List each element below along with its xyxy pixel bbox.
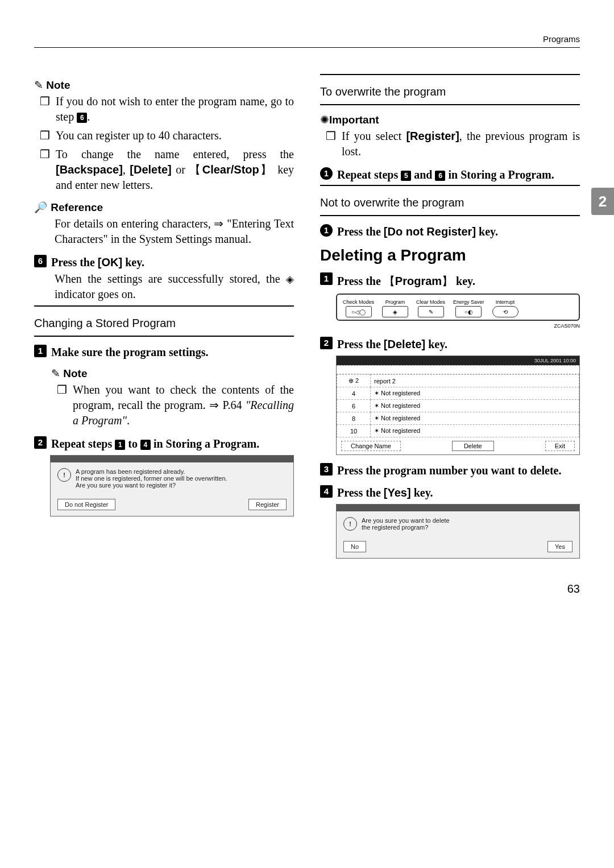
confirm-delete-dialog: ! Are you sure you want to delete the re… (336, 504, 580, 559)
overwrite-heading: To overwrite the program (320, 85, 580, 98)
device-key[interactable]: Energy Saver○◐ (453, 299, 484, 317)
kw-do-not-register: [Do not Register] (384, 225, 476, 238)
reference-body: For details on entering characters, ⇒ "E… (34, 216, 294, 247)
step-ref-badge: 5 (401, 171, 411, 181)
note-tail: . (87, 110, 90, 123)
program-list-panel: 30JUL 2001 10:00 ⊕ 2report 2 4✶ Not regi… (336, 356, 580, 455)
register-button[interactable]: Register (248, 499, 287, 510)
kw-delete: [Delete] (384, 338, 425, 350)
overwrite-step-1: 1 Repeat steps 5 and 6 in Storing a Prog… (320, 167, 580, 181)
device-key[interactable]: Clear Modes✎ (416, 299, 445, 317)
step-text: Press the [OK] key. (51, 255, 144, 269)
not-overwrite-heading: Not to overwrite the program (320, 196, 580, 209)
left-column: Note If you do not wish to enter the pro… (34, 71, 294, 565)
dialog-line: Are you sure you want to register it? (76, 482, 227, 489)
step-badge: 3 (320, 463, 333, 476)
t: If you select (342, 130, 406, 142)
page-number: 63 (34, 582, 580, 596)
do-not-register-button[interactable]: Do not Register (57, 499, 115, 510)
note-heading: Note (51, 367, 294, 380)
prog-num[interactable]: ⊕ 2 (337, 375, 371, 387)
note-list: If you do not wish to enter the program … (34, 94, 294, 193)
dialog-titlebar (51, 456, 293, 462)
step-text: Repeat steps 1 to 4 in Storing a Program… (51, 436, 259, 450)
t: When the settings are successfully store… (55, 272, 286, 285)
alert-icon: ! (57, 468, 71, 482)
deleting-heading: Deleting a Program (320, 246, 580, 264)
t: Press the (337, 275, 384, 287)
prog-num[interactable]: 6 (337, 400, 371, 412)
t: key. (453, 275, 475, 287)
prog-name[interactable]: ✶ Not registered (371, 387, 579, 400)
note-item: To change the name entered, press the [B… (40, 147, 294, 193)
t: Press the (51, 256, 98, 268)
divider (34, 336, 294, 337)
t: in Storing a Program. (445, 168, 554, 181)
divider (34, 305, 294, 307)
delete-step-4: 4 Press the [Yes] key. (320, 485, 580, 499)
kw-program: Program (384, 275, 453, 287)
step-ref-badge: 1 (115, 440, 125, 450)
step-ref-badge: 4 (140, 440, 151, 450)
delete-step-2: 2 Press the [Delete] key. (320, 337, 580, 351)
t: Press the (337, 486, 384, 499)
divider (320, 104, 580, 105)
prog-name[interactable]: ✶ Not registered (371, 400, 579, 412)
important-item: If you select [Register], the previous p… (326, 129, 580, 159)
step-badge: 1 (320, 224, 333, 237)
divider (320, 74, 580, 75)
kw-clearstop: Clear/Stop (189, 163, 273, 176)
device-key[interactable]: Interrupt⟲ (492, 299, 518, 317)
dialog-line: A program has been registered already. (76, 468, 227, 475)
step-badge: 1 (320, 167, 333, 180)
kw-delete: [Delete] (130, 163, 171, 176)
reference-heading: Reference (34, 201, 294, 214)
t: Repeat steps (337, 168, 401, 181)
prog-num[interactable]: 4 (337, 387, 371, 400)
note-text: If you do not wish to enter the program … (56, 95, 294, 123)
step-text: Press the [Yes] key. (337, 485, 433, 499)
delete-step-1: 1 Press the Program key. (320, 272, 580, 289)
step-text: Press the [Delete] key. (337, 337, 447, 351)
step-text: Press the Program key. (337, 272, 475, 289)
dialog-line: If new one is registered, former one wil… (76, 475, 227, 482)
no-button[interactable]: No (343, 541, 366, 552)
note-item: When you want to check the contents of t… (57, 382, 294, 428)
t: Press the (337, 338, 384, 350)
change-name-button[interactable]: Change Name (341, 441, 401, 451)
dialog-line: Are you sure you want to delete (362, 517, 450, 524)
t: and (411, 168, 435, 181)
device-key[interactable]: Check Modes○◁◯ (343, 299, 374, 317)
step-text: Press the [Do not Register] key. (337, 224, 498, 238)
step-badge: 1 (34, 345, 47, 357)
panel-clock: 30JUL 2001 10:00 (337, 356, 579, 365)
figure-caption: ZCAS070N (336, 323, 580, 329)
t: in Storing a Program. (151, 437, 259, 450)
prog-name[interactable]: ✶ Not registered (371, 412, 579, 425)
device-keys-panel: Check Modes○◁◯ Program◈ Clear Modes✎ Ene… (336, 294, 580, 321)
exit-button[interactable]: Exit (545, 441, 575, 451)
step-body: When the settings are successfully store… (34, 271, 294, 302)
note-list: When you want to check the contents of t… (51, 382, 294, 428)
t: indicator goes on. (55, 288, 136, 300)
yes-button[interactable]: Yes (547, 541, 572, 552)
prog-num[interactable]: 10 (337, 425, 371, 437)
kw-register: [Register] (406, 130, 459, 142)
t: key. (122, 256, 144, 268)
prog-name[interactable]: ✶ Not registered (371, 425, 579, 437)
t: to (125, 437, 140, 450)
right-column: To overwrite the program Important If yo… (320, 71, 580, 565)
device-key[interactable]: Program◈ (382, 299, 408, 317)
delete-button[interactable]: Delete (452, 441, 494, 451)
dialog-line: the registered program? (362, 524, 450, 531)
section-header: Programs (34, 34, 580, 48)
register-dialog: ! A program has been registered already.… (50, 455, 294, 516)
note-text: To change the name entered, press the (56, 148, 294, 160)
important-heading: Important (320, 113, 580, 126)
divider (320, 185, 580, 186)
important-list: If you select [Register], the previous p… (320, 129, 580, 159)
prog-name[interactable]: report 2 (371, 375, 579, 387)
step-ref-badge: 6 (77, 113, 87, 123)
t: Press the (337, 225, 384, 238)
prog-num[interactable]: 8 (337, 412, 371, 425)
